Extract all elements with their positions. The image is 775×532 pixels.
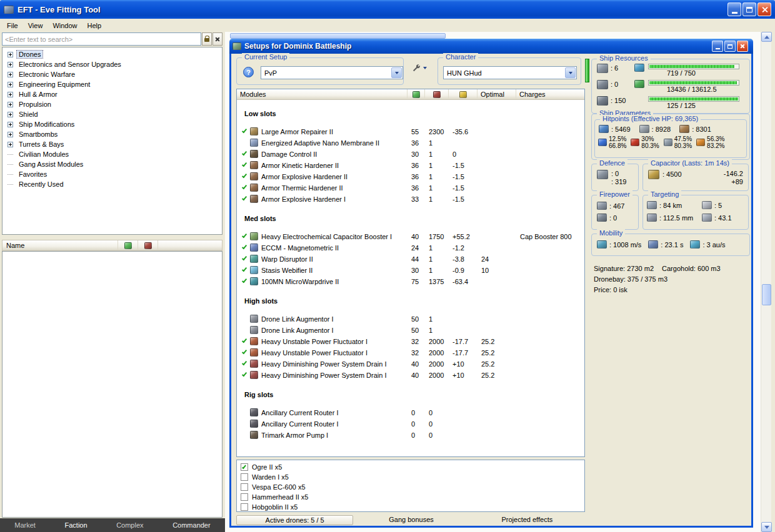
menu-view[interactable]: View (23, 20, 48, 31)
menu-help[interactable]: Help (82, 20, 107, 31)
expand-icon[interactable] (8, 82, 13, 87)
tree-item-label: Drones (17, 51, 42, 58)
window-titlebar[interactable]: EFT - Eve Fitting Tool (0, 0, 775, 19)
maximize-button[interactable] (742, 2, 756, 16)
module-row[interactable]: Heavy Diminishing Power System Drain I40… (237, 370, 584, 381)
module-row[interactable]: Heavy Diminishing Power System Drain I40… (237, 358, 584, 370)
module-row[interactable]: Ancillary Current Router I00 (237, 407, 584, 418)
setup-select[interactable]: PvP (261, 66, 403, 79)
tree-item-recently-used[interactable]: Recently Used (2, 179, 222, 189)
module-row[interactable]: Armor Explosive Hardener II361-1.5 (237, 171, 584, 182)
drone-checkbox[interactable] (241, 493, 248, 501)
scroll-down-button[interactable] (761, 522, 772, 532)
tree-item-electronic-warfare[interactable]: Electronic Warfare (2, 69, 222, 79)
tree-item-hull-armor[interactable]: Hull & Armor (2, 89, 222, 99)
setup-close-button[interactable] (737, 41, 748, 52)
module-row[interactable]: Heavy Electrochemical Capacitor Booster … (237, 231, 584, 242)
help-button[interactable]: ? (243, 67, 254, 77)
drone-label: Hammerhead II x5 (252, 493, 308, 501)
search-input[interactable] (2, 32, 201, 46)
drone-checkbox[interactable] (241, 473, 248, 481)
column-header-name[interactable]: Name (2, 240, 118, 250)
expand-icon[interactable] (8, 112, 13, 117)
module-chg-value (516, 254, 584, 266)
tree-item-electronics-and-sensor-upgrades[interactable]: Electronics and Sensor Upgrades (2, 59, 222, 69)
expand-icon[interactable] (8, 142, 13, 147)
module-cpu-value: 40 (408, 358, 425, 371)
resist-shield-value: 56.3% (707, 135, 724, 142)
tree-item-smartbombs[interactable]: Smartbombs (2, 129, 222, 139)
column-header-cpu[interactable] (118, 240, 138, 250)
module-row[interactable]: Heavy Unstable Power Fluctuator I322000-… (237, 336, 584, 347)
drone-checkbox[interactable] (241, 463, 248, 471)
cpu-column-header[interactable] (408, 89, 425, 99)
expand-icon[interactable] (8, 132, 13, 137)
tree-item-shield[interactable]: Shield (2, 109, 222, 119)
mdi-vertical-scrollbar[interactable] (761, 32, 771, 532)
tree-item-turrets-bays[interactable]: Turrets & Bays (2, 139, 222, 149)
search-lock-button[interactable] (202, 32, 212, 46)
drone-row[interactable]: Vespa EC-600 x5 (241, 482, 581, 492)
powergrid-column-header[interactable] (425, 89, 449, 99)
drone-row[interactable]: Hobgoblin II x5 (241, 502, 581, 512)
tab-projected-effects[interactable]: Projected effects (469, 515, 585, 525)
chevron-down-icon[interactable] (391, 67, 402, 78)
menu-file[interactable]: File (2, 20, 23, 31)
module-opt-value: 24 (478, 254, 516, 266)
module-row[interactable]: Drone Link Augmentor I501 (237, 313, 584, 325)
tree-item-drones[interactable]: Drones (2, 49, 222, 59)
setup-window-titlebar[interactable]: Setups for Dominix Battleship (229, 39, 753, 54)
expand-icon[interactable] (8, 72, 13, 77)
expand-icon[interactable] (8, 92, 13, 97)
setup-tools-button[interactable] (408, 61, 431, 74)
module-row[interactable]: 100MN MicroWarpdrive II751375-63.4 (237, 276, 584, 287)
tree-item-engineering-equipment[interactable]: Engineering Equipment (2, 79, 222, 89)
charges-column-header[interactable]: Charges (516, 89, 584, 99)
module-row[interactable]: Armor Thermic Hardener II361-1.5 (237, 182, 584, 194)
setup-restore-button[interactable] (724, 41, 736, 52)
item-list[interactable] (2, 251, 222, 518)
drone-row[interactable]: Hammerhead II x5 (241, 492, 581, 502)
setup-minimize-button[interactable] (712, 41, 723, 52)
capacitor-column-header[interactable] (449, 89, 478, 99)
drone-row[interactable]: Warden I x5 (241, 472, 581, 482)
module-row[interactable]: Armor Explosive Hardener I331-1.5 (237, 194, 584, 205)
menu-window[interactable]: Window (48, 20, 82, 31)
column-header-powergrid[interactable] (138, 240, 158, 250)
tree-item-ship-modifications[interactable]: Ship Modifications (2, 119, 222, 129)
module-row[interactable]: ECCM - Magnetometric II241-1.2 (237, 242, 584, 254)
chevron-down-icon[interactable] (565, 67, 576, 78)
drone-checkbox[interactable] (241, 483, 248, 491)
close-button[interactable] (758, 2, 771, 16)
drone-checkbox[interactable] (241, 503, 248, 511)
tree-item-favorites[interactable]: Favorites (2, 169, 222, 179)
expand-icon[interactable] (8, 122, 13, 127)
tree-item-propulsion[interactable]: Propulsion (2, 99, 222, 109)
expand-icon[interactable] (8, 62, 13, 67)
module-row[interactable]: Large Armor Repairer II552300-35.6 (237, 126, 584, 137)
module-row[interactable]: Energized Adaptive Nano Membrane II361 (237, 137, 584, 149)
scroll-up-button[interactable] (761, 32, 772, 42)
modules-column-header[interactable]: Modules (237, 89, 408, 99)
expand-icon[interactable] (8, 52, 13, 57)
optimal-column-header[interactable]: Optimal (478, 89, 516, 99)
module-row[interactable]: Drone Link Augmentor I501 (237, 325, 584, 336)
scrollbar-thumb[interactable] (762, 284, 771, 305)
module-row[interactable]: Damage Control II3010 (237, 149, 584, 160)
tree-item-gang-assist-modules[interactable]: Gang Assist Modules (2, 159, 222, 169)
module-row[interactable]: Stasis Webifier II301-0.910 (237, 265, 584, 276)
expand-icon[interactable] (8, 102, 13, 107)
mdi-horizontal-scrollbar-thumb[interactable] (230, 33, 446, 39)
module-row[interactable]: Warp Disruptor II441-3.824 (237, 254, 584, 265)
tab-active-drones[interactable]: Active drones: 5 / 5 (236, 515, 353, 525)
search-clear-button[interactable] (212, 32, 222, 46)
drone-row[interactable]: Ogre II x5 (241, 462, 581, 472)
character-select[interactable]: HUN GHud (443, 66, 577, 79)
module-row[interactable]: Trimark Armor Pump I00 (237, 430, 584, 441)
module-row[interactable]: Ancillary Current Router I00 (237, 418, 584, 430)
module-row[interactable]: Armor Kinetic Hardener II361-1.5 (237, 160, 584, 171)
module-row[interactable]: Heavy Unstable Power Fluctuator I322000-… (237, 347, 584, 358)
minimize-button[interactable] (728, 2, 741, 16)
tree-item-civilian-modules[interactable]: Civilian Modules (2, 149, 222, 159)
tab-gang-bonuses[interactable]: Gang bonuses (353, 515, 469, 525)
